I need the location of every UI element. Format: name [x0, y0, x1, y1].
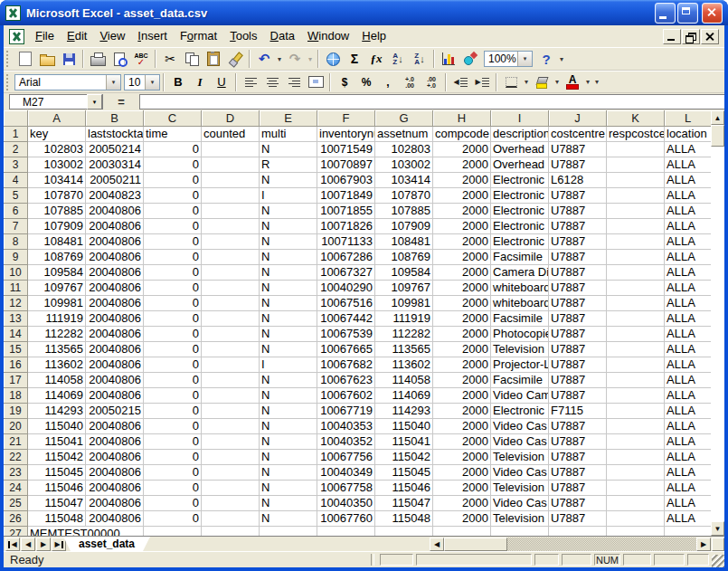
cell[interactable]	[202, 296, 260, 311]
cell[interactable]: U7887	[549, 388, 607, 404]
cell[interactable]: 2000	[433, 281, 491, 296]
cell[interactable]: ALLA	[665, 250, 711, 265]
row-header-23[interactable]: 23	[4, 465, 28, 481]
increase-indent-button[interactable]: ▶	[471, 71, 493, 93]
cell[interactable]: 2000	[433, 173, 491, 188]
cell[interactable]: 2000	[433, 296, 491, 311]
cell[interactable]: counted	[202, 127, 260, 142]
cell[interactable]: 20040806	[86, 481, 144, 496]
menu-insert[interactable]: Insert	[131, 26, 174, 46]
increase-decimal-button[interactable]: +.0 .00	[399, 71, 421, 93]
cell[interactable]: 2000	[433, 142, 491, 157]
underline-button[interactable]: U	[211, 71, 232, 93]
cell[interactable]: 10067665	[317, 342, 375, 357]
cell[interactable]: whiteboard	[491, 296, 549, 311]
zoom-dropdown-icon[interactable]: ▾	[517, 52, 532, 66]
cell[interactable]: description	[491, 127, 549, 142]
cell[interactable]: 109981	[28, 296, 86, 311]
cell[interactable]: 0	[144, 496, 202, 511]
vertical-scrollbar[interactable]: ▲ ▼	[711, 110, 724, 536]
print-preview-button[interactable]	[109, 48, 130, 70]
cell[interactable]: ALLA	[665, 234, 711, 250]
cell[interactable]: 0	[144, 450, 202, 465]
cell[interactable]: 2000	[433, 250, 491, 265]
vertical-scrollbar-track[interactable]	[711, 110, 724, 536]
cell[interactable]: 2000	[433, 481, 491, 496]
cell[interactable]: 20040806	[86, 511, 144, 527]
cell[interactable]	[607, 527, 665, 536]
cut-button[interactable]: ✂	[159, 48, 181, 70]
cell[interactable]: whiteboard	[491, 281, 549, 296]
cell[interactable]	[202, 527, 260, 536]
row-header-20[interactable]: 20	[4, 419, 28, 434]
row-header-24[interactable]: 24	[4, 481, 28, 496]
cell[interactable]: 10070897	[317, 157, 375, 173]
cell[interactable]: N	[260, 342, 317, 357]
cell[interactable]: 0	[144, 357, 202, 373]
cell[interactable]	[202, 157, 260, 173]
cell[interactable]	[375, 527, 433, 536]
cell[interactable]: 10071549	[317, 142, 375, 157]
cell[interactable]: 10067516	[317, 296, 375, 311]
cell[interactable]: U7887	[549, 357, 607, 373]
cell[interactable]: 10040352	[317, 434, 375, 450]
cell[interactable]: 2000	[433, 204, 491, 219]
cell[interactable]: Facsimile	[491, 373, 549, 388]
row-header-16[interactable]: 16	[4, 357, 28, 373]
cell[interactable]: U7887	[549, 142, 607, 157]
cell[interactable]: 10040350	[317, 496, 375, 511]
cell[interactable]: 20040806	[86, 357, 144, 373]
cell[interactable]	[202, 342, 260, 357]
menu-format[interactable]: Format	[174, 26, 223, 46]
cell[interactable]	[202, 511, 260, 527]
cell[interactable]: 2000	[433, 219, 491, 234]
cell[interactable]	[202, 219, 260, 234]
cell[interactable]: 2000	[433, 342, 491, 357]
horizontal-scrollbar-thumb[interactable]	[444, 538, 507, 551]
column-header-H[interactable]: H	[433, 110, 491, 127]
equals-button[interactable]: =	[103, 95, 139, 109]
row-header-27[interactable]: 27	[4, 527, 28, 536]
merge-center-button[interactable]	[305, 71, 326, 93]
cell[interactable]: 0	[144, 311, 202, 327]
cell[interactable]: 0	[144, 234, 202, 250]
cell[interactable]: MEMTEST00000	[28, 527, 144, 536]
cell[interactable]: N	[260, 281, 317, 296]
cell[interactable]: U7887	[549, 234, 607, 250]
cell[interactable]: Video Cas	[491, 434, 549, 450]
cell[interactable]	[202, 311, 260, 327]
cell[interactable]: 115041	[28, 434, 86, 450]
fill-color-dropdown[interactable]: ▾	[553, 78, 562, 86]
column-header-F[interactable]: F	[317, 110, 375, 127]
cell[interactable]	[202, 373, 260, 388]
cell[interactable]: 115040	[28, 419, 86, 434]
cell[interactable]: 20040806	[86, 296, 144, 311]
cell[interactable]: ALLA	[665, 496, 711, 511]
row-header-10[interactable]: 10	[4, 265, 28, 281]
cell[interactable]	[607, 404, 665, 419]
scroll-down-icon[interactable]: ▼	[711, 521, 724, 536]
print-button[interactable]	[87, 48, 109, 70]
cell[interactable]: N	[260, 311, 317, 327]
cell[interactable]: 2000	[433, 188, 491, 204]
copy-button[interactable]	[181, 48, 203, 70]
paste-button[interactable]	[203, 48, 224, 70]
cell[interactable]: N	[260, 234, 317, 250]
help-button[interactable]: ?	[535, 48, 557, 70]
cell[interactable]	[202, 465, 260, 481]
cell[interactable]: 0	[144, 511, 202, 527]
row-header-22[interactable]: 22	[4, 450, 28, 465]
cell[interactable]: N	[260, 204, 317, 219]
last-sheet-button[interactable]: ▶	[52, 538, 66, 551]
menu-data[interactable]: Data	[264, 26, 301, 46]
cell[interactable]: N	[260, 388, 317, 404]
cell[interactable]: 2000	[433, 511, 491, 527]
cell[interactable]: N	[260, 250, 317, 265]
cell[interactable]: 20040823	[86, 188, 144, 204]
cell[interactable]: 108769	[375, 250, 433, 265]
toolbar-options-dropdown[interactable]: ▾	[557, 55, 566, 63]
cell[interactable]: 20050211	[86, 173, 144, 188]
cell[interactable]: ALLA	[665, 204, 711, 219]
row-header-21[interactable]: 21	[4, 434, 28, 450]
cell[interactable]: 111919	[375, 311, 433, 327]
